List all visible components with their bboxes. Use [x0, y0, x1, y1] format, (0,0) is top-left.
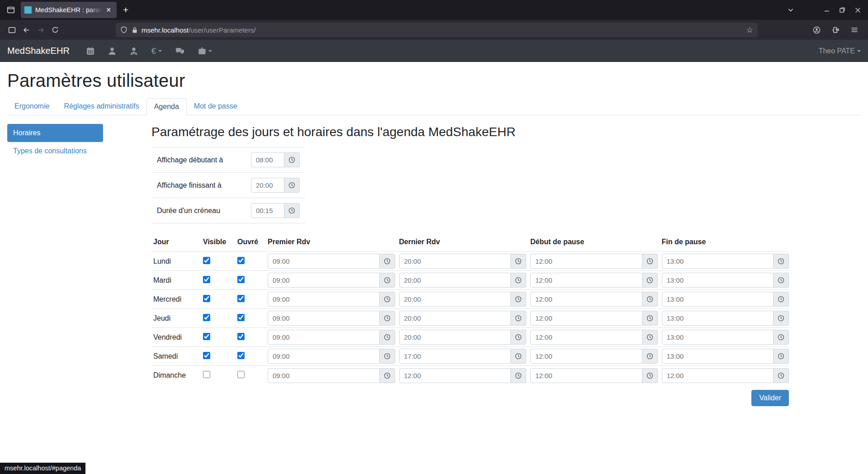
ouvre-checkbox[interactable]	[237, 276, 245, 283]
clock-button[interactable]	[380, 273, 395, 288]
clock-button[interactable]	[511, 292, 526, 307]
ouvre-checkbox[interactable]	[237, 352, 245, 359]
clock-button[interactable]	[380, 368, 395, 383]
window-restore-button[interactable]	[835, 3, 850, 17]
lock-icon[interactable]	[132, 27, 138, 33]
window-close-button[interactable]	[850, 3, 865, 17]
visible-checkbox[interactable]	[203, 333, 210, 340]
debut-pause-input[interactable]	[530, 349, 642, 364]
dernier-input[interactable]	[399, 292, 511, 307]
debut-pause-input[interactable]	[530, 254, 642, 269]
extensions-puzzle-icon[interactable]	[828, 23, 843, 37]
dernier-input[interactable]	[399, 368, 511, 383]
clock-button[interactable]	[511, 368, 526, 383]
visible-checkbox[interactable]	[203, 257, 210, 264]
agenda-calendar-icon[interactable]	[80, 40, 101, 62]
firefox-view-icon[interactable]	[4, 3, 18, 17]
premier-input[interactable]	[268, 254, 380, 269]
clock-button[interactable]	[284, 203, 300, 218]
clock-button[interactable]	[774, 292, 789, 307]
clock-button[interactable]	[642, 349, 658, 364]
clock-button[interactable]	[642, 368, 658, 383]
browser-tab[interactable]: MedShakeEHR : paramètr ✕	[21, 2, 117, 18]
fin-pause-input[interactable]	[662, 368, 774, 383]
affichage-finissant-input[interactable]	[251, 178, 284, 193]
sidebar-toggle-icon[interactable]	[5, 23, 19, 37]
sidebar-item-types-de-consultations[interactable]: Types de consultations	[7, 142, 103, 160]
debut-pause-input[interactable]	[530, 273, 642, 288]
clock-button[interactable]	[642, 254, 658, 269]
tab-close-icon[interactable]: ✕	[104, 5, 113, 14]
debut-pause-input[interactable]	[530, 311, 642, 326]
affichage-debutant-input[interactable]	[251, 152, 284, 167]
billing-euro-icon[interactable]: €	[145, 40, 169, 62]
fin-pause-input[interactable]	[662, 311, 774, 326]
new-tab-button[interactable]: +	[123, 5, 128, 15]
clock-button[interactable]	[380, 311, 395, 326]
clock-button[interactable]	[284, 178, 300, 193]
premier-input[interactable]	[268, 273, 380, 288]
valider-button[interactable]: Valider	[751, 390, 789, 406]
toolbox-briefcase-icon[interactable]	[191, 40, 219, 62]
tab-ergonomie[interactable]: Ergonomie	[7, 98, 57, 115]
clock-button[interactable]	[380, 292, 395, 307]
reload-button[interactable]	[48, 23, 62, 37]
bookmark-star-icon[interactable]: ☆	[746, 25, 753, 35]
visible-checkbox[interactable]	[203, 371, 210, 378]
app-brand[interactable]: MedShakeEHR	[7, 46, 70, 56]
clock-button[interactable]	[284, 152, 300, 167]
clock-button[interactable]	[511, 330, 526, 345]
premier-input[interactable]	[268, 330, 380, 345]
tab-reglages-administratifs[interactable]: Réglages administratifs	[57, 98, 146, 115]
fin-pause-input[interactable]	[662, 254, 774, 269]
clock-button[interactable]	[642, 292, 658, 307]
dernier-input[interactable]	[399, 349, 511, 364]
fin-pause-input[interactable]	[662, 273, 774, 288]
clock-button[interactable]	[774, 349, 789, 364]
ouvre-checkbox[interactable]	[237, 314, 245, 321]
premier-input[interactable]	[268, 368, 380, 383]
visible-checkbox[interactable]	[203, 276, 210, 283]
premier-input[interactable]	[268, 311, 380, 326]
patient-user-icon[interactable]	[101, 40, 123, 62]
tab-list-chevron-icon[interactable]	[783, 3, 798, 17]
ouvre-checkbox[interactable]	[237, 257, 245, 264]
debut-pause-input[interactable]	[530, 368, 642, 383]
fin-pause-input[interactable]	[662, 330, 774, 345]
clock-button[interactable]	[511, 254, 526, 269]
clock-button[interactable]	[642, 311, 658, 326]
ouvre-checkbox[interactable]	[237, 371, 245, 378]
clock-button[interactable]	[774, 368, 789, 383]
fin-pause-input[interactable]	[662, 292, 774, 307]
window-minimize-button[interactable]	[819, 3, 835, 17]
clock-button[interactable]	[774, 273, 789, 288]
menu-hamburger-icon[interactable]	[847, 23, 862, 37]
dernier-input[interactable]	[399, 254, 511, 269]
clock-button[interactable]	[511, 349, 526, 364]
fin-pause-input[interactable]	[662, 349, 774, 364]
debut-pause-input[interactable]	[530, 330, 642, 345]
account-icon[interactable]	[809, 23, 824, 37]
clock-button[interactable]	[380, 349, 395, 364]
dernier-input[interactable]	[399, 330, 511, 345]
tracking-shield-icon[interactable]	[120, 26, 127, 33]
doctor-user-md-icon[interactable]	[123, 40, 145, 62]
premier-input[interactable]	[268, 349, 380, 364]
sidebar-item-horaires[interactable]: Horaires	[7, 124, 103, 142]
clock-button[interactable]	[380, 330, 395, 345]
ouvre-checkbox[interactable]	[237, 295, 245, 302]
clock-button[interactable]	[511, 311, 526, 326]
duree-creneau-input[interactable]	[251, 203, 284, 218]
url-bar[interactable]: msehr.localhost/user/userParameters/ ☆	[116, 23, 758, 37]
premier-input[interactable]	[268, 292, 380, 307]
ouvre-checkbox[interactable]	[237, 333, 245, 340]
clock-button[interactable]	[380, 254, 395, 269]
clock-button[interactable]	[774, 254, 789, 269]
clock-button[interactable]	[642, 273, 658, 288]
messages-comments-icon[interactable]	[169, 40, 191, 62]
clock-button[interactable]	[774, 330, 789, 345]
tab-agenda[interactable]: Agenda	[146, 98, 187, 115]
visible-checkbox[interactable]	[203, 295, 210, 302]
dernier-input[interactable]	[399, 311, 511, 326]
clock-button[interactable]	[511, 273, 526, 288]
